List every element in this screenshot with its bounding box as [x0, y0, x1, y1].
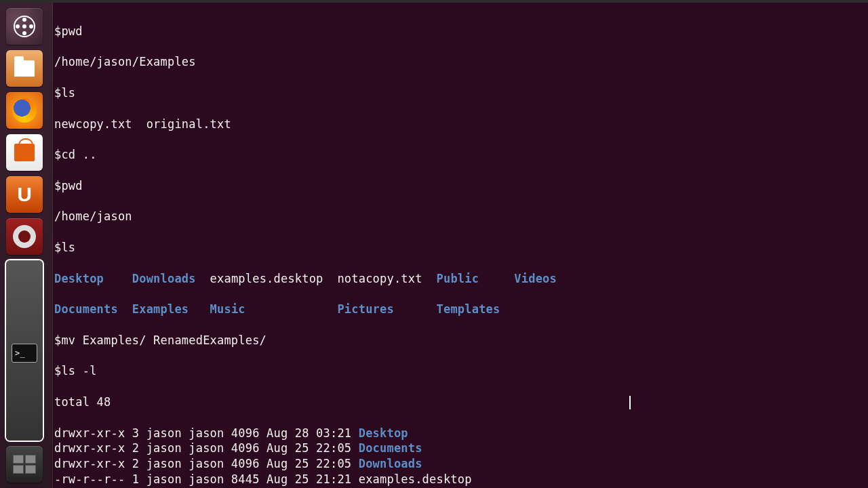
dir-name: Templates: [437, 302, 500, 316]
ls-row: drwxr-xr-x 2 jason jason 4096 Aug 25 22:…: [53, 441, 868, 456]
ls-row: -rw-r--r-- 1 jason jason 8445 Aug 25 21:…: [53, 472, 868, 487]
dir-name: Desktop: [54, 272, 104, 285]
workspace-icon: [13, 455, 36, 474]
folder-icon: [14, 60, 35, 77]
file-name: notacopy.txt: [337, 272, 422, 285]
ls-row: drwxr-xr-x 2 jason jason 4096 Aug 25 22:…: [53, 456, 868, 472]
launcher-firefox[interactable]: [6, 92, 43, 129]
dir-name: Downloads: [359, 457, 422, 470]
dir-name: Documents: [54, 302, 118, 316]
terminal-line: $cd ..: [53, 147, 868, 163]
terminal-line: $mv Examples/ RenamedExamples/: [53, 333, 868, 348]
launcher-terminal[interactable]: >_: [6, 260, 43, 441]
launcher-ubuntu-one[interactable]: U: [6, 176, 43, 213]
terminal-line: total 48: [53, 394, 868, 410]
desktop: U >_ $pwd /home/jason/Examples $ls newco…: [0, 3, 868, 488]
launcher-workspace-switcher[interactable]: [6, 446, 43, 483]
shopping-bag-icon: [14, 144, 35, 161]
terminal-line: $ls: [53, 85, 868, 101]
dir-name: Downloads: [132, 272, 196, 285]
dir-name: Music: [210, 302, 245, 316]
terminal-window[interactable]: $pwd /home/jason/Examples $ls newcopy.tx…: [53, 3, 868, 488]
launcher-software-center[interactable]: [6, 134, 43, 171]
dir-name: Documents: [359, 441, 422, 455]
launcher-files[interactable]: [6, 50, 43, 87]
launcher-dash[interactable]: [6, 8, 43, 45]
terminal-line: $ls: [53, 240, 868, 256]
firefox-icon: [12, 98, 37, 123]
terminal-line: newcopy.txt original.txt: [53, 117, 868, 132]
launcher-settings[interactable]: [6, 218, 43, 255]
ubuntu-one-icon: U: [17, 183, 32, 206]
ubuntu-dash-icon: [14, 16, 35, 37]
terminal-line: /home/jason: [53, 209, 868, 224]
dir-name: Public: [437, 272, 479, 285]
terminal-line: $pwd: [53, 24, 868, 39]
terminal-icon: >_: [12, 344, 37, 363]
ls-row: drwxr-xr-x 3 jason jason 4096 Aug 28 03:…: [53, 426, 868, 441]
dir-name: Desktop: [359, 426, 408, 440]
terminal-line: Documents Examples Music Pictures Templa…: [53, 302, 868, 317]
dir-name: Videos: [514, 272, 557, 285]
terminal-line: /home/jason/Examples: [53, 54, 868, 70]
dir-name: Pictures: [337, 302, 393, 316]
file-name: examples.desktop: [210, 272, 323, 285]
terminal-line: Desktop Downloads examples.desktop notac…: [53, 271, 868, 287]
dir-name: Examples: [132, 302, 189, 316]
text-cursor-icon: [629, 396, 631, 409]
terminal-line: $pwd: [53, 178, 868, 194]
gear-icon: [13, 225, 36, 248]
terminal-line: $ls -l: [53, 363, 868, 379]
file-name: examples.desktop: [359, 472, 472, 486]
unity-launcher: U >_: [0, 3, 53, 488]
